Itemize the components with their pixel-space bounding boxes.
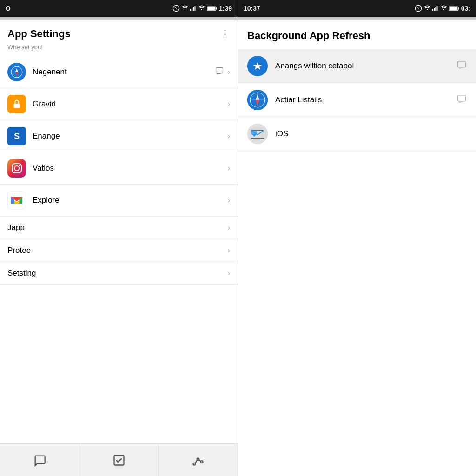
- svg-line-25: [195, 460, 197, 463]
- negenent-chat-icon: [215, 66, 224, 78]
- protee-chevron: ›: [228, 246, 230, 255]
- explore-icon: [7, 191, 26, 210]
- negenent-chevron: ›: [228, 68, 230, 76]
- list-item-vatlos[interactable]: Vatlos ›: [0, 152, 238, 185]
- svg-point-29: [427, 9, 428, 10]
- svg-rect-15: [216, 67, 223, 73]
- negenent-label: Negenent: [33, 67, 215, 77]
- svg-rect-30: [432, 9, 433, 11]
- svg-rect-50: [251, 131, 257, 134]
- left-status-left: O: [6, 5, 11, 12]
- japp-chevron: ›: [228, 224, 230, 232]
- right-list-item-ios[interactable]: iOS: [238, 117, 476, 151]
- setsting-label: Setsting: [7, 269, 228, 278]
- svg-point-23: [197, 458, 199, 460]
- wifi-icon-left: [182, 5, 188, 12]
- protee-label: Protee: [7, 246, 228, 255]
- anangs-label: Anangs wiltion cetabol: [275, 61, 456, 71]
- list-item-protee[interactable]: Protee ›: [0, 239, 238, 262]
- check-tab-button[interactable]: [79, 444, 159, 476]
- left-status-time: 1:39: [219, 5, 232, 12]
- svg-rect-16: [14, 104, 20, 108]
- wifi2-icon-left: [198, 5, 205, 12]
- chat-icon-anangs: [456, 60, 467, 70]
- left-status-bar: O: [0, 0, 238, 17]
- anangs-icon: [247, 56, 268, 76]
- svg-rect-33: [436, 6, 437, 11]
- svg-point-7: [201, 9, 202, 10]
- enange-icon: S: [7, 127, 26, 145]
- right-status-right-text: 03:: [461, 5, 470, 12]
- svg-point-28: [418, 8, 419, 9]
- enange-chevron: ›: [228, 132, 230, 140]
- svg-rect-31: [434, 8, 435, 11]
- chat-bubble-icon: [215, 66, 224, 76]
- battery-icon-left: [207, 6, 217, 12]
- anangs-chat-icon: [456, 60, 467, 73]
- list-item-gravid[interactable]: Gravid ›: [0, 88, 238, 120]
- more-menu-button[interactable]: ⋮: [220, 28, 230, 40]
- right-list-item-anangs[interactable]: Anangs wiltion cetabol: [238, 49, 476, 83]
- svg-rect-10: [207, 7, 215, 10]
- list-item-explore[interactable]: Explore ›: [0, 185, 238, 217]
- signal-icon-right: [432, 5, 439, 12]
- instagram-icon: [11, 163, 22, 174]
- svg-point-18: [14, 166, 19, 171]
- explore-actions: ›: [228, 196, 230, 205]
- gravid-label: Gravid: [33, 99, 228, 109]
- chat-tab-button[interactable]: [0, 444, 79, 476]
- chat-icon-actiar: [456, 94, 467, 104]
- right-list-item-actiar[interactable]: Actiar Listails: [238, 83, 476, 117]
- right-status-icons: 03:: [415, 5, 470, 12]
- negenent-icon: [7, 63, 26, 81]
- svg-rect-37: [450, 7, 457, 10]
- safari-compass: [10, 66, 23, 79]
- explore-chevron: ›: [228, 196, 230, 205]
- explore-label: Explore: [33, 196, 228, 205]
- svg-rect-32: [435, 7, 436, 11]
- enange-actions: ›: [228, 132, 230, 140]
- svg-rect-36: [458, 7, 459, 9]
- vatlos-label: Vatlos: [33, 164, 228, 173]
- vatlos-actions: ›: [228, 164, 230, 172]
- list-item-setsting[interactable]: Setsting ›: [0, 262, 238, 285]
- svg-point-11: [11, 66, 23, 78]
- svg-point-1: [176, 8, 177, 9]
- setsting-chevron: ›: [228, 269, 230, 278]
- wifi-icon-right: [424, 5, 430, 12]
- svg-point-19: [19, 165, 20, 166]
- left-panel: O: [0, 0, 238, 476]
- svg-point-24: [201, 461, 203, 463]
- list-item-negenent[interactable]: Negenent ›: [0, 56, 238, 88]
- left-status-icons: 1:39: [172, 5, 232, 12]
- accessibility-icon-right: [415, 5, 422, 12]
- svg-rect-47: [458, 95, 466, 101]
- svg-rect-4: [192, 8, 192, 11]
- actiar-label: Actiar Listails: [275, 95, 456, 105]
- safari-right-icon: [247, 90, 268, 110]
- actiar-chat-icon: [456, 94, 467, 106]
- mail-icon: [247, 124, 268, 144]
- graph-tab-button[interactable]: [159, 444, 238, 476]
- check-tab-icon: [112, 454, 126, 467]
- accessibility-icon: [172, 5, 180, 12]
- gravid-chevron: ›: [228, 100, 230, 108]
- signal-icon-left: [190, 5, 197, 12]
- right-status-sep: [238, 17, 476, 20]
- actiar-icon: [247, 90, 268, 110]
- gravid-actions: ›: [228, 100, 230, 108]
- lock-icon: [12, 99, 22, 109]
- negenent-actions: ›: [215, 66, 230, 78]
- right-status-bar: 10:37: [238, 0, 476, 17]
- gmail-icon: [10, 195, 23, 205]
- ios-icon: [247, 124, 268, 144]
- enange-label: Enange: [33, 132, 228, 141]
- list-item-japp[interactable]: Japp ›: [0, 217, 238, 239]
- svg-line-26: [199, 460, 201, 461]
- svg-rect-40: [458, 61, 466, 67]
- right-panel: 10:37: [238, 0, 476, 476]
- left-header: App Settings ⋮: [0, 20, 238, 44]
- right-title: Background App Refresh: [247, 30, 370, 41]
- chat-tab-icon: [33, 454, 46, 467]
- list-item-enange[interactable]: S Enange ›: [0, 120, 238, 152]
